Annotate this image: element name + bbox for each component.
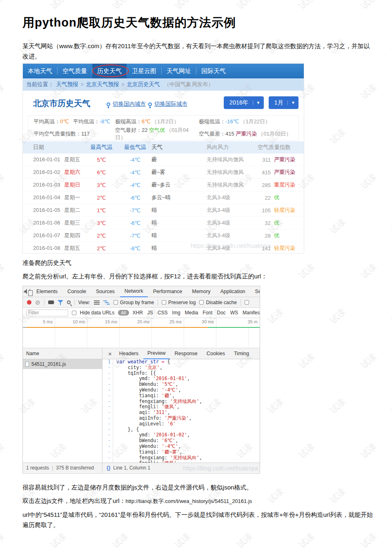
filter-type-css[interactable]: CSS <box>158 310 168 316</box>
devtools-tab-elements[interactable]: Elements <box>32 286 62 297</box>
breadcrumb-link[interactable]: 北京历史天气 <box>127 81 160 88</box>
checkbox-group <box>245 300 249 305</box>
filter-type-media[interactable]: Media <box>185 310 198 316</box>
devtools-tab-console[interactable]: Console <box>63 286 91 297</box>
stat-label: 平均空气质量指数： <box>33 131 81 137</box>
cell-low-temp: -6℃ <box>119 195 151 201</box>
cell-weather: 晴 <box>151 245 207 252</box>
devtools-tab-application[interactable]: Application <box>216 286 249 297</box>
code-text: bWendu: '5℃', <box>113 382 178 387</box>
cell-wind: 北风3-4级 <box>207 194 258 201</box>
timeline-tick: 20 ms <box>120 318 152 327</box>
filter-type-img[interactable]: Img <box>172 310 180 316</box>
filter-input[interactable]: Filter <box>26 309 68 316</box>
column-header: 最低气温 <box>119 144 151 151</box>
waterfall-view-icon[interactable] <box>103 300 110 305</box>
weather-nav-tab-3[interactable]: 历史天气 <box>92 64 127 78</box>
filter-type-font[interactable]: Font <box>203 310 212 316</box>
cell-aqi: 32优 <box>258 219 304 227</box>
timeline-tick: 35 m <box>216 318 260 327</box>
switch-international-city-link[interactable]: 切换国际城市 <box>154 100 187 108</box>
devtools-tab-sources[interactable]: Sources <box>91 286 119 297</box>
panel-tab-cookies[interactable]: Cookies <box>203 348 229 359</box>
filter-type-manifes[interactable]: Manifes <box>243 310 260 316</box>
devtools-tab-network[interactable]: Network <box>120 286 148 297</box>
hide-data-urls-checkbox[interactable] <box>72 311 76 315</box>
devtools-tab-performance[interactable]: Performance <box>149 286 187 297</box>
code-line: - tqInfo: [{ <box>102 371 260 376</box>
cell-aqi: 22优 <box>258 194 304 201</box>
format-braces-icon[interactable]: {} <box>107 465 110 471</box>
stat-value: 415 <box>225 131 234 137</box>
screenshot-camera-icon[interactable] <box>48 300 54 304</box>
weather-nav-tab-4[interactable]: 卫星云图 <box>129 64 159 78</box>
filter-all-pill[interactable]: All <box>118 310 129 316</box>
inspect-element-icon[interactable] <box>26 289 27 294</box>
devtools-tab-memory[interactable]: Memory <box>187 286 215 297</box>
code-line: - fengli: '微风', <box>102 404 260 410</box>
checkbox[interactable] <box>199 300 204 305</box>
cell-date: 2016-01-04星期一 <box>33 194 84 201</box>
cell-weather: 多云~晴 <box>151 194 207 201</box>
panel-tab-timing[interactable]: Timing <box>230 348 253 359</box>
checkbox-label: Disable cache <box>206 300 236 305</box>
stats-row: 平均高温：0℃平均低温：-8℃极端高温：6℃（1月2日）极端低温：-16℃（1月… <box>28 116 298 128</box>
search-icon[interactable] <box>67 300 71 304</box>
stat-value: 0℃ <box>60 118 69 125</box>
paragraph-doubleclick: 双击左边js文件，地址栏内出现了url：http://tianqi.数字.com… <box>22 496 374 506</box>
name-column-header[interactable]: Name <box>23 348 102 359</box>
filter-type-ws[interactable]: WS <box>230 310 238 316</box>
device-toolbar-icon[interactable] <box>29 289 30 294</box>
code-text: aqi: '311', <box>113 410 170 416</box>
panel-tab-headers[interactable]: Headers <box>115 348 143 359</box>
record-icon[interactable] <box>27 300 31 305</box>
table-row: 2016-01-03星期日3℃-4℃霾~多云无持续风向微风285重度污染 <box>23 179 304 191</box>
clear-icon[interactable]: ⊘ <box>35 300 40 305</box>
cell-high-temp: 2℃ <box>84 233 119 239</box>
filter-type-doc[interactable]: Doc <box>217 310 225 316</box>
cell-high-temp: 3℃ <box>84 182 119 188</box>
divider <box>241 299 241 306</box>
devtools-tab-se[interactable]: Se <box>251 286 260 297</box>
stat-label: 极端低温： <box>199 118 225 125</box>
network-overview-line <box>23 327 260 328</box>
filter-type-xhr[interactable]: XHR <box>133 310 143 316</box>
code-text: fengxiang: '无持续风向', <box>113 455 202 461</box>
line-number: - <box>102 427 113 433</box>
close-icon[interactable]: × <box>106 350 114 357</box>
table-row: 2016-01-05星期二1℃-7℃晴北风3-4级105轻度污染 <box>23 204 304 217</box>
cell-low-temp: -4℃ <box>119 182 151 188</box>
code-line: - tianqi: '霾', <box>102 393 260 399</box>
weekday-text: 星期五 <box>65 156 80 162</box>
checkbox[interactable] <box>162 300 166 305</box>
month-select[interactable]: 1月 ▼ <box>269 96 298 109</box>
request-list-item[interactable]: 54511_20161.js <box>23 359 102 369</box>
filter-type-js[interactable]: JS <box>147 310 153 316</box>
cell-date: 2016-01-05星期二 <box>33 207 84 214</box>
list-view-icon[interactable] <box>94 300 100 305</box>
divider <box>196 67 196 75</box>
timeline-tick: 25 ms <box>152 318 184 327</box>
aqi-value: 141 <box>258 245 271 251</box>
weather-nav-tab-5[interactable]: 天气网址 <box>164 64 194 78</box>
code-line: - aqiInfo: '严重污染', <box>102 416 260 421</box>
code-text: ymd: '2016-01-01', <box>113 376 190 382</box>
checkbox[interactable] <box>245 300 249 305</box>
panel-tab-response[interactable]: Response <box>170 348 201 359</box>
stats-slot: 平均空气质量指数：117 <box>33 130 115 138</box>
breadcrumb-link[interactable]: 北京天气预报 <box>86 81 119 88</box>
breadcrumb-link[interactable]: 天气预报 <box>56 81 78 88</box>
page: 用python爬取历史天气数据的方法示例 某天气网站（www.数字.com）存有… <box>0 0 392 554</box>
date-text: 2016-01-02 <box>33 169 60 175</box>
cell-low-temp: -4℃ <box>119 157 151 163</box>
weather-nav-tab-2[interactable]: 空气质量 <box>60 64 90 78</box>
filter-funnel-icon[interactable] <box>58 300 63 305</box>
year-select[interactable]: 2016年 ▼ <box>224 96 264 109</box>
checkbox[interactable] <box>114 300 118 305</box>
weather-nav-tab-1[interactable]: 本地天气 <box>25 64 55 78</box>
panel-tab-preview[interactable]: Preview <box>143 348 169 359</box>
weather-nav-tab-6[interactable]: 国际天气 <box>198 64 229 78</box>
article-title: 用python爬取历史天气数据的方法示例 <box>22 15 236 31</box>
stat-label: 极端高温： <box>115 118 142 125</box>
switch-domestic-city-link[interactable]: 切换国内城市 <box>113 100 146 108</box>
